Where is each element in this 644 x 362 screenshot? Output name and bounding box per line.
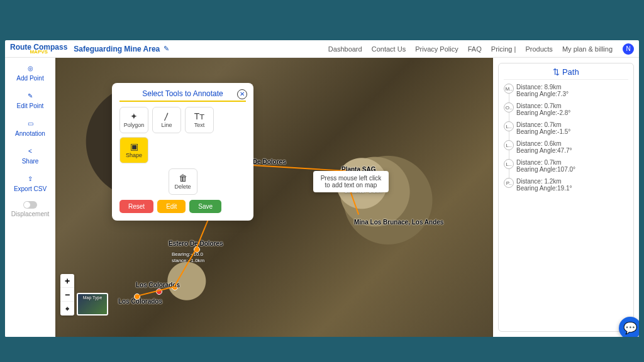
- tool-label: Polygon: [124, 122, 145, 128]
- chat-icon: 💬: [623, 321, 637, 335]
- zoom-in-button[interactable]: +: [60, 274, 74, 288]
- segment-bearing: Bearing Angle:107.0°: [516, 166, 628, 173]
- pencil-icon[interactable]: ✎: [164, 45, 169, 53]
- map-label-estero2: Estero De Dolores: [169, 240, 223, 247]
- trash-icon: 🗑: [179, 173, 187, 182]
- content: ◎ Add Point ✎ Edit Point ▭ Annotation < …: [5, 58, 639, 337]
- tool-label: Shape: [126, 152, 142, 158]
- segment-distance: Distance: 1.2km: [516, 178, 628, 185]
- close-icon[interactable]: ✕: [237, 89, 247, 99]
- segment-bearing: Bearing Angle:-2.8°: [516, 109, 628, 116]
- nav-dashboard[interactable]: Dashboard: [328, 45, 362, 53]
- path-title: ⇅ Path: [504, 67, 628, 80]
- chat-button[interactable]: 💬: [619, 317, 639, 337]
- segment-connector: [509, 169, 509, 178]
- edit-button[interactable]: Edit: [157, 200, 186, 213]
- comment-icon: ▭: [25, 118, 35, 128]
- export-icon: ⇪: [25, 173, 35, 184]
- annotate-popup: Select Tools to Annotate ✕ ✦Polygon 〳Lin…: [112, 83, 253, 221]
- save-button[interactable]: Save: [189, 200, 221, 213]
- path-segment[interactable]: M..Distance: 8.9kmBearing Angle:7.3°: [504, 84, 628, 97]
- tool-delete[interactable]: 🗑Delete: [169, 168, 197, 195]
- tool-polygon[interactable]: ✦Polygon: [119, 107, 148, 133]
- segment-badge: L..: [504, 159, 514, 169]
- segment-bearing: Bearing Angle:-1.5°: [516, 128, 628, 135]
- segment-connector: [509, 131, 509, 140]
- path-segment[interactable]: L..Distance: 0.6kmBearing Angle:47.7°: [504, 140, 628, 154]
- path-panel: ⇅ Path M..Distance: 8.9kmBearing Angle:7…: [493, 58, 639, 337]
- toggle-icon[interactable]: [23, 201, 37, 209]
- segment-badge: M..: [504, 84, 514, 94]
- nav-products[interactable]: Products: [525, 45, 552, 53]
- segment-distance: Distance: 0.7km: [516, 121, 628, 128]
- segment-connector: [509, 150, 509, 159]
- map-label-colorados2: Los Colorados: [118, 298, 162, 305]
- map-label-mina: Mina Los Brunace, Los Andes: [354, 219, 430, 226]
- pencil-icon: ✎: [25, 90, 35, 101]
- marker[interactable]: [156, 288, 162, 295]
- path-segment[interactable]: O..Distance: 0.7kmBearing Angle:-2.8°: [504, 102, 628, 116]
- shape-icon: ▣: [130, 142, 138, 151]
- nav-pricing[interactable]: Pricing |: [491, 45, 516, 53]
- zoom-out-button[interactable]: −: [60, 288, 74, 302]
- zoom-controls: + − ⌖: [60, 274, 74, 315]
- tool-line[interactable]: 〳Line: [152, 107, 181, 133]
- tool-export[interactable]: ⇪ Export CSV: [5, 168, 55, 196]
- tool-label: Annotation: [15, 130, 45, 137]
- target-icon: ◎: [25, 63, 35, 73]
- tool-label: Delete: [174, 184, 191, 190]
- segment-connector: [509, 112, 509, 121]
- tool-annotation[interactable]: ▭ Annotation: [5, 113, 55, 141]
- path-segment[interactable]: P..Distance: 1.2kmBearing Angle:19.1°: [504, 178, 628, 192]
- avatar[interactable]: N: [623, 43, 634, 55]
- tool-share[interactable]: < Share: [5, 141, 55, 168]
- maptype-label: Map Type: [83, 295, 103, 300]
- topbar: Route Compass MAPVS Safeguarding Mine Ar…: [5, 40, 639, 58]
- segment-badge: L..: [504, 140, 514, 150]
- path-title-text: Path: [562, 67, 579, 77]
- annotate-title: Select Tools to Annotate ✕: [119, 89, 246, 102]
- annotate-tool-row2: 🗑Delete: [119, 168, 246, 195]
- annotate-tool-row: ✦Polygon 〳Line TᴛText ▣Shape: [119, 107, 246, 163]
- segment-distance: Distance: 0.6km: [516, 140, 628, 147]
- wand-icon: ✦: [130, 112, 138, 121]
- left-toolbar: ◎ Add Point ✎ Edit Point ▭ Annotation < …: [5, 58, 55, 337]
- path-segment[interactable]: L..Distance: 0.7kmBearing Angle:107.0°: [504, 159, 628, 173]
- brand-logo[interactable]: Route Compass MAPVS: [10, 43, 67, 55]
- tool-label: Edit Point: [17, 102, 44, 109]
- segment-badge: P..: [504, 178, 514, 188]
- segment-distance: Distance: 8.9km: [516, 84, 628, 90]
- map-type-thumb[interactable]: Map Type: [77, 293, 108, 315]
- tool-label: Text: [194, 122, 205, 128]
- nav-contact[interactable]: Contact Us: [372, 45, 406, 53]
- nav-faq[interactable]: FAQ: [468, 45, 482, 53]
- tool-text[interactable]: TᴛText: [185, 107, 214, 133]
- segment-bearing: Bearing Angle:47.7°: [516, 147, 628, 154]
- tool-label: Line: [161, 122, 172, 128]
- reset-button[interactable]: Reset: [119, 200, 153, 213]
- segment-bearing: Bearing Angle:19.1°: [516, 185, 628, 192]
- tool-add-point[interactable]: ◎ Add Point: [5, 58, 55, 85]
- map-canvas[interactable]: Estero De Dolores Planta SAG Bearing: 15…: [55, 58, 493, 337]
- path-segments: M..Distance: 8.9kmBearing Angle:7.3°O..D…: [504, 84, 628, 192]
- project-title[interactable]: Safeguarding Mine Area: [74, 45, 160, 53]
- segment-badge: O..: [504, 102, 514, 112]
- share-icon: <: [25, 146, 35, 156]
- tool-label: Share: [22, 158, 39, 165]
- nav-plan[interactable]: My plan & billing: [562, 45, 613, 53]
- nav-privacy[interactable]: Privacy Policy: [415, 45, 458, 53]
- text-icon: Tᴛ: [194, 112, 205, 121]
- locate-button[interactable]: ⌖: [60, 302, 74, 315]
- app-frame: Route Compass MAPVS Safeguarding Mine Ar…: [5, 40, 639, 337]
- segment-distance: Distance: 0.7km: [516, 102, 628, 109]
- segment-connector: [509, 94, 509, 102]
- segment-badge: L..: [504, 121, 514, 131]
- segment-distance: Distance: 0.7km: [516, 159, 628, 166]
- top-nav: Dashboard Contact Us Privacy Policy FAQ …: [328, 45, 620, 53]
- map-tooltip: Press mouse left click to add text on ma…: [313, 171, 389, 192]
- tool-shape[interactable]: ▣Shape: [119, 137, 148, 163]
- tool-displacement[interactable]: Displacement: [5, 196, 55, 221]
- annotate-actions: Reset Edit Save: [119, 200, 246, 213]
- tool-edit-point[interactable]: ✎ Edit Point: [5, 85, 55, 113]
- path-segment[interactable]: L..Distance: 0.7kmBearing Angle:-1.5°: [504, 121, 628, 135]
